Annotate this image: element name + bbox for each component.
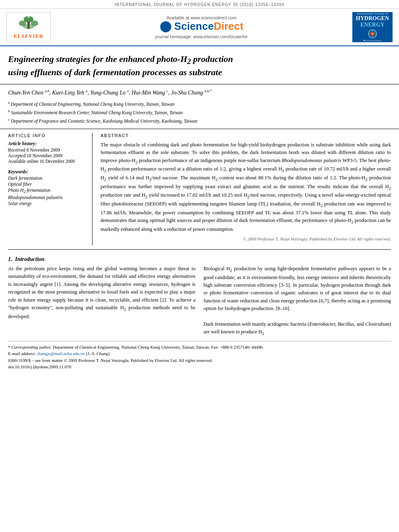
received-date: Received 8 November 2009 — [8, 148, 86, 152]
elsevier-label: ELSEVIER — [14, 33, 43, 39]
journal-header-text: INTERNATIONAL JOURNAL OF HYDROGEN ENERGY… — [115, 2, 284, 7]
article-info-abstract-section: ARTICLE INFO Article history: Received 8… — [0, 129, 399, 245]
affiliation-b: b Sustainable Environment Research Cente… — [8, 109, 391, 116]
sciencedirect-logo: ⬤ ScienceDirect — [51, 20, 352, 33]
svg-point-5 — [27, 16, 30, 18]
article-title-section: Engineering strategies for the enhanced … — [0, 46, 399, 84]
abstract-col: ABSTRACT The major obstacle of combining… — [101, 133, 391, 245]
intro-right-col: Biological H2 production by using light-… — [204, 265, 391, 337]
svg-point-8 — [372, 33, 373, 35]
footnote-issn: 0360-3199/$ – see front matter © 2009 Pr… — [8, 357, 391, 364]
elsevier-logo: ELSEVIER — [6, 12, 51, 42]
authors-section: Chun-Yen Chen a,b, Kuei-Ling Yeh a, Yung… — [0, 84, 399, 129]
footnote-doi: doi:10.1016/j.ijhydene.2009.11.070 — [8, 364, 391, 370]
footnote-section: * Corresponding author. Department of Ch… — [8, 341, 391, 372]
accepted-date: Accepted 18 November 2009 — [8, 153, 86, 158]
elsevier-tree-icon — [16, 15, 41, 31]
intro-right-text: Biological H2 production by using light-… — [204, 265, 391, 337]
introduction-body: As the petroleum price keeps rising and … — [8, 265, 391, 337]
keyword-2: Optical fiber — [8, 182, 86, 187]
journal-logo: International Journal of HYDROGENENERGY … — [352, 12, 393, 42]
intro-left-text: As the petroleum price keeps rising and … — [8, 265, 195, 320]
section-divider — [8, 249, 391, 250]
keyword-1: Dark fermentation — [8, 176, 86, 181]
abstract-heading: ABSTRACT — [101, 133, 391, 138]
svg-point-4 — [23, 24, 34, 29]
available-text: Available at www.sciencedirect.com — [51, 15, 352, 20]
footnote-corresponding: * Corresponding author. Department of Ch… — [8, 344, 391, 351]
intro-left-col: As the petroleum price keeps rising and … — [8, 265, 195, 337]
history-label: Article history: — [8, 141, 86, 146]
available-online-date: Available online 16 December 2009 — [8, 159, 86, 164]
footnote-email: E-mail address: changjs@mail.ncku.edu.tw… — [8, 350, 391, 357]
keywords-section: Keywords: Dark fermentation Optical fibe… — [8, 169, 86, 206]
article-info-heading: ARTICLE INFO — [8, 133, 86, 138]
journal-header-bar: INTERNATIONAL JOURNAL OF HYDROGEN ENERGY… — [0, 0, 399, 9]
keywords-label: Keywords: — [8, 169, 86, 174]
introduction-section: 1. Introduction As the petroleum price k… — [0, 254, 399, 341]
affiliation-a: a Department of Chemical Engineering, Na… — [8, 100, 391, 108]
keyword-5: Solar energy — [8, 201, 86, 206]
keyword-3: Photo H2 fermentation — [8, 188, 86, 194]
center-header: Available at www.sciencedirect.com ⬤ Sci… — [51, 15, 352, 39]
page-header: ELSEVIER Available at www.sciencedirect.… — [0, 9, 399, 46]
email-link[interactable]: changjs@mail.ncku.edu.tw — [37, 351, 85, 356]
abstract-text: The major obstacle of combining dark and… — [101, 141, 391, 233]
article-title: Engineering strategies for the enhanced … — [8, 53, 391, 78]
journal-logo-name: HYDROGENENERGY — [356, 15, 389, 28]
authors-list: Chun-Yen Chen a,b, Kuei-Ling Yeh a, Yung… — [8, 88, 391, 98]
journal-homepage: journal homepage: www.elsevier.com/locat… — [51, 34, 352, 39]
affiliations: a Department of Chemical Engineering, Na… — [8, 100, 391, 125]
introduction-heading: 1. Introduction — [8, 256, 391, 263]
affiliation-c: c Department of Fragrance and Cosmetic S… — [8, 117, 391, 125]
journal-logo-publisher: ■ ScienceDirect — [363, 39, 381, 42]
journal-logo-intl: International Journal of — [357, 12, 388, 15]
copyright-line: © 2009 Professor T. Nejat Veziroglu. Pub… — [101, 236, 391, 241]
article-info-col: ARTICLE INFO Article history: Received 8… — [8, 133, 93, 245]
keyword-4: Rhodopseudomonas palustris — [8, 195, 86, 200]
